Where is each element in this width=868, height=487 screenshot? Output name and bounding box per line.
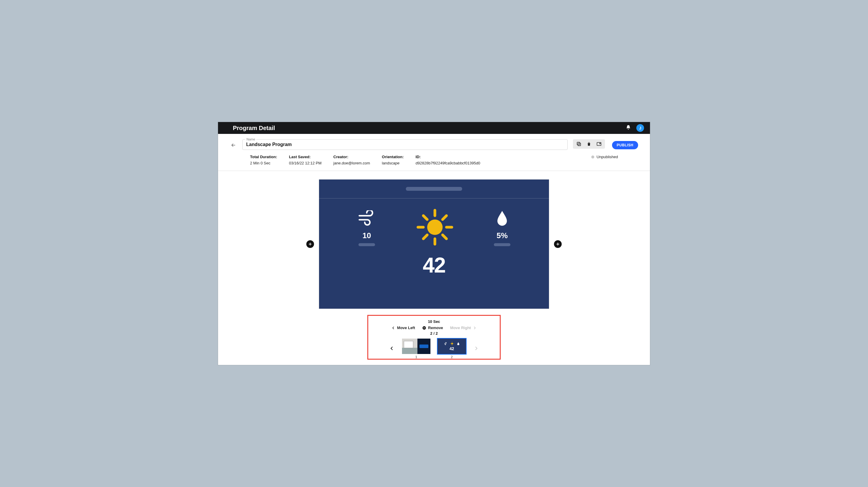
move-right-button: Move Right [450,326,476,330]
avatar-initial: J [639,126,641,130]
thumbnail-2-number: 2 [451,355,453,359]
slide-controls: Move Left Remove Move Right [392,326,476,330]
slide-preview[interactable]: 10 [319,179,549,309]
thumbnail-panel: 10 Sec Move Left Remove Move Right 2 / 2 [367,315,501,360]
slide-duration: 10 Sec [428,319,440,324]
svg-rect-13 [423,328,426,328]
meta-creator: Creator: jane.doe@lorem.com [333,155,370,165]
slide-pager: 2 / 2 [430,331,438,336]
placeholder-bar [406,187,462,191]
status-dot-icon [591,155,594,158]
humidity-value: 5% [497,231,508,240]
svg-line-8 [423,216,427,219]
svg-rect-1 [577,142,580,145]
humidity-column: 5% [494,210,510,246]
thumbnail-1[interactable]: 1 [401,338,431,359]
sun-icon [415,208,454,248]
topbar: Program Detail J [218,122,650,134]
fullscreen-button[interactable] [595,140,603,148]
svg-point-3 [427,219,442,235]
placeholder-bar [359,243,375,246]
preview-row: 10 [306,179,562,309]
thumbs-prev-button[interactable] [389,345,396,352]
thumbnail-1-preview [402,339,430,354]
meta-total-duration: Total Duration: 2 Min 0 Sec [250,155,277,165]
header: Name PUBLISH [218,134,650,151]
delete-button[interactable] [585,140,593,148]
wind-icon [358,210,376,227]
meta-id: ID: d92828b7f92249fca9cbabbcf01395d0 [415,155,480,165]
thumbnail-strip: 1 42 2 [389,338,479,359]
publish-status: Unpublished [591,155,618,159]
thumbnail-2[interactable]: 42 2 [437,338,467,359]
svg-line-10 [442,216,446,219]
droplet-icon [496,210,508,227]
weather-row: 10 [319,199,549,248]
thumbs-next-button [472,345,479,352]
remove-slide-button[interactable]: Remove [422,326,443,330]
temperature-value: 42 [319,253,549,277]
metadata-row: Total Duration: 2 Min 0 Sec Last Saved: … [218,151,650,171]
meta-orientation: Orientation: landscape [382,155,404,165]
svg-rect-0 [578,143,581,146]
add-slide-before-button[interactable] [306,240,314,248]
sun-column [415,208,454,248]
notifications-bell-icon[interactable] [626,125,631,131]
page-title: Program Detail [233,125,275,131]
slide-header [319,180,549,199]
thumbnail-2-preview: 42 [438,339,466,354]
back-button[interactable] [230,139,237,151]
add-slide-after-button[interactable] [554,240,562,248]
program-name-field: Name [242,139,568,150]
placeholder-bar [494,243,510,246]
program-name-label: Name [245,138,256,141]
meta-last-saved: Last Saved: 03/16/22 12:12 PM [289,155,321,165]
app-frame: Program Detail J Name PUBLISH [218,122,650,365]
svg-line-9 [442,235,446,239]
thumbnail-1-number: 1 [415,355,417,359]
status-text: Unpublished [597,155,618,159]
main-area: 10 [218,171,650,365]
user-avatar[interactable]: J [636,124,644,132]
wind-column: 10 [358,210,376,246]
move-left-button[interactable]: Move Left [392,326,415,330]
svg-line-11 [423,235,427,239]
svg-point-14 [451,343,453,344]
duplicate-button[interactable] [575,140,583,148]
header-action-group [573,139,605,149]
wind-value: 10 [363,231,371,240]
program-name-input[interactable] [242,139,568,150]
publish-button[interactable]: PUBLISH [612,141,638,149]
